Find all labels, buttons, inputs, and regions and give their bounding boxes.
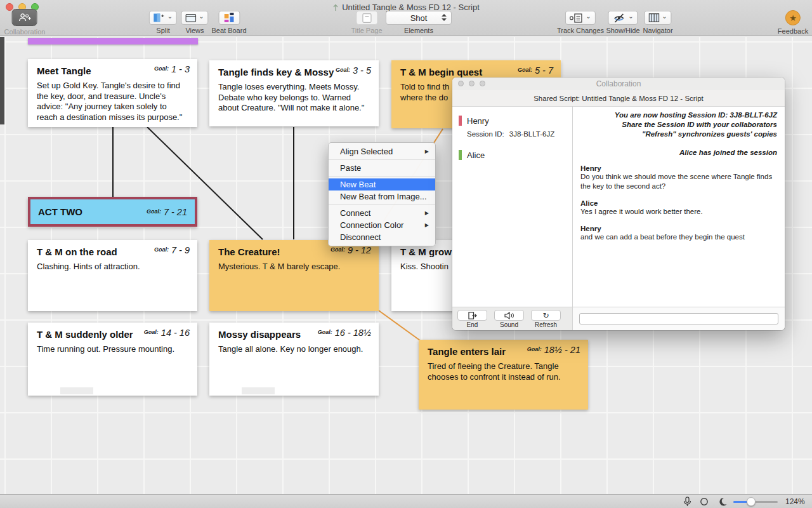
beat-card-act-one-edge[interactable] — [28, 38, 198, 44]
goal-range: Goal:7 - 9 — [154, 245, 190, 255]
beat-card-enters-lair[interactable]: Tangle enters lair Goal:18½ - 21 Tired o… — [419, 340, 588, 410]
participants-panel: Henry Session ID:3J8-BLLT-6JZ Alice — [452, 107, 573, 307]
beat-card-on-the-road[interactable]: T & M on the road Goal:7 - 9 Clashing. H… — [28, 240, 197, 311]
beat-card-meet-tangle[interactable]: Meet Tangle Goal:1 - 3 Set up Gold Key. … — [28, 59, 197, 127]
zoom-level: 124% — [785, 497, 805, 506]
goal-range: Goal:5 - 7 — [518, 65, 553, 76]
app-window: Untitled Tangle & Moss FD 12 - Script Co… — [0, 0, 812, 508]
chevron-down-icon: ⌄ — [628, 13, 633, 20]
submenu-arrow-icon: ▶ — [425, 210, 429, 216]
beat-card-tangle-finds-key[interactable]: Tangle finds key & Mossy Goal:3 - 5 Tang… — [209, 60, 379, 126]
beat-card-the-creature[interactable]: The Creature! Goal:9 - 12 Mysterious. T … — [209, 240, 379, 311]
collaboration-window: Collaboration Shared Script: Untitled Ta… — [452, 77, 785, 330]
track-changes-button[interactable]: ⌄ Track Changes — [557, 11, 604, 34]
menu-item-connect[interactable]: Connect ▶ — [329, 207, 435, 219]
elements-dropdown[interactable]: Shot Elements — [386, 11, 452, 34]
star-icon: ★ — [789, 13, 797, 23]
submenu-arrow-icon: ▶ — [425, 149, 429, 154]
status-bar: 124% — [0, 494, 812, 508]
title-page-icon — [362, 13, 372, 23]
views-button[interactable]: ⌄ Views — [181, 11, 208, 34]
views-icon — [185, 14, 196, 22]
menu-separator — [329, 176, 435, 177]
card-image-tab — [60, 387, 93, 394]
beat-board-button[interactable]: Beat Board — [211, 11, 246, 34]
speaker-icon — [504, 312, 514, 319]
refresh-icon: ↻ — [542, 311, 549, 320]
collaboration-button[interactable]: Collaboration — [4, 9, 46, 36]
chat-message: Henry and we can add a beat before they … — [580, 225, 777, 242]
collaboration-people-icon — [18, 13, 32, 22]
stepper-icon — [442, 14, 447, 21]
menu-item-new-beat-from-image[interactable]: New Beat from Image... — [329, 190, 435, 203]
split-icon — [154, 13, 165, 22]
menu-separator — [329, 159, 435, 160]
minimize-icon[interactable] — [469, 81, 475, 86]
message-input[interactable] — [579, 313, 778, 324]
eye-slash-icon — [612, 13, 625, 23]
toolbar: Untitled Tangle & Moss FD 12 - Script Co… — [0, 0, 812, 36]
goal-range: Goal:16 - 18½ — [318, 328, 371, 338]
menu-item-disconnect[interactable]: Disconnect — [329, 231, 435, 243]
system-message: You are now hosting Session ID: 3J8-BLLT… — [580, 110, 777, 139]
close-icon[interactable] — [458, 81, 464, 86]
beat-card-suddenly-older[interactable]: T & M suddenly older Goal:14 - 16 Time r… — [28, 323, 197, 396]
shared-script-subtitle: Shared Script: Untitled Tangle & Moss FD… — [452, 90, 785, 107]
chat-input-area — [573, 307, 785, 330]
menu-item-new-beat[interactable]: New Beat — [329, 178, 435, 190]
chat-log: You are now hosting Session ID: 3J8-BLLT… — [573, 107, 785, 307]
goal-range: Goal:14 - 16 — [144, 328, 190, 338]
canvas-left-edge — [0, 37, 4, 124]
night-mode-moon-icon[interactable] — [718, 497, 727, 506]
show-hide-button[interactable]: ⌄ Show/Hide — [606, 11, 639, 34]
zoom-slider-handle[interactable] — [747, 497, 756, 506]
title-page-button[interactable]: Title Page — [351, 11, 382, 34]
feedback-button[interactable]: ★ Feedback — [778, 10, 808, 35]
end-session-icon — [468, 312, 477, 319]
beat-card-act-two[interactable]: ACT TWO Goal:7 - 21 — [28, 197, 197, 227]
split-button[interactable]: ⌄ Split — [149, 11, 177, 34]
end-session-button[interactable]: End — [457, 310, 487, 328]
elements-selected-value: Shot — [410, 13, 428, 23]
goal-range: Goal:3 - 5 — [336, 65, 371, 76]
chevron-down-icon: ⌄ — [662, 13, 667, 20]
goal-range: Goal:7 - 21 — [147, 207, 187, 217]
chevron-down-icon: ⌄ — [586, 13, 591, 20]
collaboration-controls: End Sound ↻ Refresh — [452, 307, 573, 330]
menu-item-paste[interactable]: Paste — [329, 162, 435, 174]
document-status-icon — [332, 4, 339, 11]
goal-range: Goal:9 - 12 — [331, 245, 371, 255]
goal-range: Goal:1 - 3 — [154, 64, 190, 74]
navigator-button[interactable]: ⌄ Navigator — [643, 11, 672, 34]
chevron-down-icon: ⌄ — [167, 13, 173, 20]
window-controls[interactable] — [458, 81, 485, 86]
card-image-tab — [242, 387, 275, 394]
chat-message: Alice Yes I agree it would work better t… — [580, 199, 777, 217]
refresh-button[interactable]: ↻ Refresh — [531, 310, 561, 328]
goal-range: Goal:18½ - 21 — [527, 345, 580, 355]
context-menu: Align Selected ▶ Paste New Beat New Beat… — [328, 142, 436, 246]
participant-guest[interactable]: Alice — [452, 150, 572, 160]
chevron-down-icon: ⌄ — [199, 13, 204, 20]
navigator-columns-icon — [648, 13, 659, 22]
menu-item-align-selected[interactable]: Align Selected ▶ — [329, 145, 435, 157]
submenu-arrow-icon: ▶ — [425, 222, 429, 228]
sound-button[interactable]: Sound — [494, 310, 524, 328]
join-message: Alice has joined the session — [580, 149, 777, 156]
track-changes-icon — [570, 13, 583, 23]
menu-item-connection-color[interactable]: Connection Color ▶ — [329, 219, 435, 231]
participant-host[interactable]: Henry — [452, 116, 572, 126]
microphone-icon[interactable] — [683, 497, 691, 507]
focus-ring-icon[interactable] — [700, 497, 709, 506]
beat-board-icon — [224, 13, 234, 23]
collaboration-window-title: Collaboration — [596, 79, 641, 88]
beat-card-mossy-disappears[interactable]: Mossy disappears Goal:16 - 18½ Tangle al… — [209, 323, 379, 396]
participant-color-bar — [459, 116, 462, 126]
participant-color-bar — [459, 150, 462, 160]
collaboration-titlebar[interactable]: Collaboration — [452, 77, 785, 90]
chat-message: Henry Do you think we should move the sc… — [580, 164, 777, 191]
menu-separator — [329, 204, 435, 205]
zoom-icon[interactable] — [480, 81, 485, 86]
session-id-row: Session ID:3J8-BLLT-6JZ — [452, 130, 572, 138]
